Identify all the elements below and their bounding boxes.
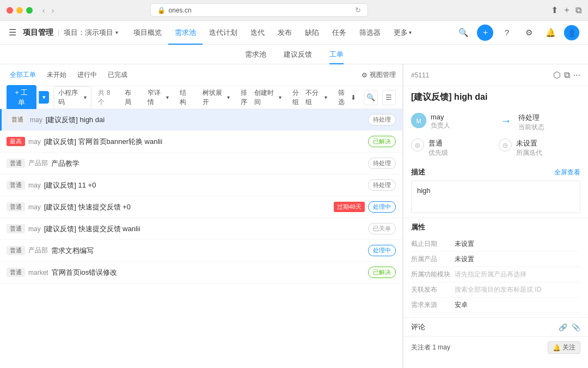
add-button[interactable]: ＋ <box>477 25 493 41</box>
add-workorder-button[interactable]: + 工单 <box>7 85 36 110</box>
follow-button[interactable]: 🔔 关注 <box>548 341 580 354</box>
deadline-value[interactable]: 未设置 <box>455 239 580 249</box>
priority-badge: 普通 <box>7 246 25 255</box>
right-panel: #5111 ⬡ ⧉ ··· [建议反馈] high dai M may 负责人 <box>403 64 588 368</box>
work-row[interactable]: 普通 may [建议反馈] high dai 待处理 <box>0 109 402 131</box>
filter-tab-in-progress[interactable]: 进行中 <box>74 69 100 81</box>
user-avatar[interactable]: 👤 <box>564 25 579 40</box>
layout-button[interactable]: 布局 <box>121 87 140 108</box>
module-value[interactable]: 请先指定所属产品再选择 <box>455 270 580 279</box>
back-button[interactable]: ‹ <box>40 5 47 16</box>
copy-icon[interactable]: ⧉ <box>564 70 570 80</box>
group-button[interactable]: 分组 不分组 ▾ <box>289 87 330 108</box>
priority-badge: 普通 <box>7 268 25 277</box>
release-value[interactable]: 搜索全部项目的发布标题或 ID <box>455 285 580 294</box>
row-title: [建议反馈] 快速提交反馈 +0 <box>44 202 330 212</box>
group-label: 分组 <box>292 88 304 107</box>
more-chevron-icon: ▾ <box>409 29 412 35</box>
nav-overview[interactable]: 项目概览 <box>127 21 168 45</box>
work-row[interactable]: 最高 may [建议反馈] 官网首页banner轮换 wanlii 已解决 <box>0 131 402 153</box>
attachment-icon[interactable]: 📎 <box>572 323 580 331</box>
view-mgmt-button[interactable]: ⚙ 视图管理 <box>362 70 396 80</box>
notification-button[interactable]: 🔔 <box>542 25 559 41</box>
status-badge: 处理中 <box>368 201 396 213</box>
product-value[interactable]: 未设置 <box>455 255 580 264</box>
add-workorder-arrow[interactable]: ▾ <box>39 91 49 104</box>
priority-badge: 普通 <box>7 180 25 190</box>
tree-button[interactable]: 树状展开 ▾ <box>199 87 233 108</box>
minimize-btn[interactable] <box>16 7 23 14</box>
deadline-label: 截止日期 <box>411 239 455 249</box>
desc-content[interactable]: high <box>411 180 580 213</box>
attr-channel: 需求来源 安卓 <box>411 298 580 313</box>
work-row[interactable]: 普通 may [建议反馈] 11 +0 待处理 <box>0 174 402 196</box>
link-icon[interactable]: 🔗 <box>559 323 567 331</box>
nav-filter[interactable]: 筛选器 <box>353 21 387 45</box>
nav-iteration-plan[interactable]: 迭代计划 <box>203 21 244 45</box>
nav-release[interactable]: 发布 <box>271 21 298 45</box>
subnav-feedback[interactable]: 建议反馈 <box>284 45 312 64</box>
sprint-value[interactable]: 未设置 <box>516 138 542 148</box>
work-row[interactable]: 普通 may [建议反馈] 快速提交反馈 +0 过期48天 处理中 <box>0 196 402 218</box>
sprint-icon: ◷ <box>499 138 512 152</box>
row-creator: 产品部 <box>28 159 48 168</box>
row-creator: 产品部 <box>28 246 48 255</box>
status-badge: 待处理 <box>368 179 396 191</box>
share-icon[interactable]: ⬆ <box>551 5 558 15</box>
work-row[interactable]: 普通 产品部 产品教学 待处理 <box>0 153 402 174</box>
settings-button[interactable]: ⚙ <box>520 25 537 41</box>
structure-button[interactable]: 结构 <box>176 87 195 108</box>
filter-selector[interactable]: 小程序码 ▾ <box>53 86 92 109</box>
subnav-requirements[interactable]: 需求池 <box>245 45 266 64</box>
work-row[interactable]: 普通 产品部 需求文档编写 处理中 <box>0 240 402 262</box>
nav-more[interactable]: 更多 ▾ <box>387 21 418 45</box>
row-creator: market <box>28 269 48 276</box>
extensions-icon[interactable]: ⧉ <box>575 5 581 15</box>
more-icon[interactable]: ··· <box>573 70 580 80</box>
nav-tasks[interactable]: 任务 <box>326 21 353 45</box>
fullscreen-button[interactable]: 全屏查看 <box>554 168 580 177</box>
status-arrow-icon: → <box>499 113 514 128</box>
search-icon-button[interactable]: 🔍 <box>364 90 377 105</box>
filter-tab-completed[interactable]: 已完成 <box>105 69 131 81</box>
nav-bugs[interactable]: 缺陷 <box>298 21 326 45</box>
project-selector[interactable]: 项目：演示项目 ▾ <box>64 28 118 38</box>
nav-iteration[interactable]: 迭代 <box>244 21 271 45</box>
assignee-name[interactable]: may <box>431 113 450 121</box>
search-button[interactable]: 🔍 <box>455 25 471 41</box>
subnav-workorder[interactable]: 工单 <box>329 45 344 64</box>
close-btn[interactable] <box>7 7 13 14</box>
filter-tab-not-started[interactable]: 未开始 <box>44 69 70 81</box>
menu-icon[interactable]: ☰ <box>9 27 16 38</box>
overdue-badge: 过期48天 <box>334 202 365 212</box>
row-title: [建议反馈] 快速提交反馈 wanlii <box>44 224 365 234</box>
filter-bar: 全部工单 未开始 进行中 已完成 ⚙ 视图管理 <box>0 64 402 86</box>
nav-backlog[interactable]: 需求池 <box>168 21 203 45</box>
priority-value[interactable]: 普通 <box>428 138 448 148</box>
work-row[interactable]: 普通 market 官网首页ios错误修改 已解决 <box>0 262 402 283</box>
help-button[interactable]: ? <box>499 25 515 41</box>
desc-title: 描述 <box>411 167 425 177</box>
row-title: [建议反馈] 11 +0 <box>44 180 365 190</box>
tree-chevron-icon: ▾ <box>227 94 230 100</box>
link-out-icon[interactable]: ⬡ <box>553 70 561 80</box>
work-row[interactable]: 普通 may [建议反馈] 快速提交反馈 wanlii 已关单 <box>0 218 402 240</box>
filter-tab-all[interactable]: 全部工单 <box>7 69 39 81</box>
maximize-btn[interactable] <box>26 7 33 14</box>
refresh-icon[interactable]: ↻ <box>355 6 361 14</box>
address-bar[interactable]: 🔒 ones.cn ↻ <box>150 3 368 17</box>
forward-button[interactable]: › <box>50 5 57 16</box>
new-tab-icon[interactable]: ＋ <box>562 4 571 16</box>
detail-button[interactable]: 窄详情 ▾ <box>144 87 173 108</box>
detail-chevron-icon: ▾ <box>166 94 169 100</box>
comment-section: 评论 🔗 📎 <box>403 317 588 336</box>
status-value[interactable]: 待处理 <box>518 113 544 123</box>
group-field: 不分组 <box>305 88 323 107</box>
sort-button[interactable]: 排序 创建时间 ▾ <box>237 87 285 108</box>
list-view-button[interactable]: ☰ <box>382 90 396 105</box>
lock-icon: 🔒 <box>157 7 166 14</box>
channel-value[interactable]: 安卓 <box>455 300 580 310</box>
filter-right-button[interactable]: 筛选 ⬇ <box>335 87 359 108</box>
priority-badge: 普通 <box>8 115 27 124</box>
chevron-down-icon: ▾ <box>115 29 118 35</box>
